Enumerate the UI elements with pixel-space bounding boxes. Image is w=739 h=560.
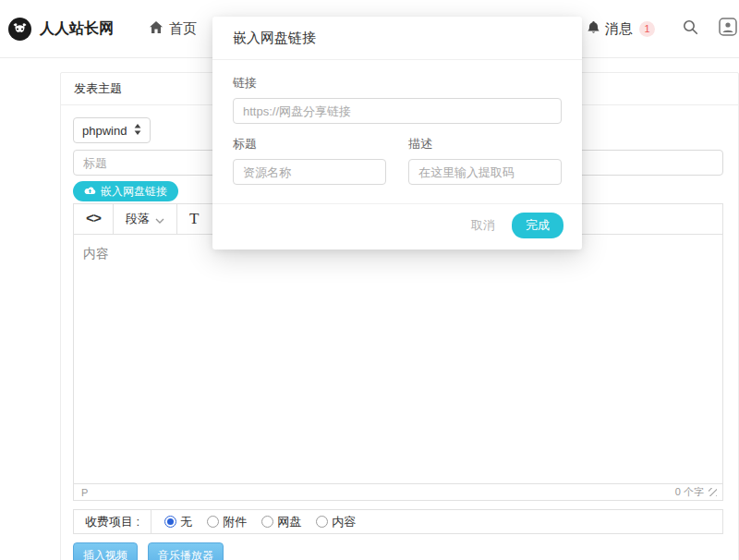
search-button[interactable] — [683, 19, 698, 39]
resource-title-input[interactable] — [233, 159, 386, 185]
editor-status-bar: P 0 个字 — [74, 483, 722, 500]
confirm-button[interactable]: 完成 — [512, 213, 563, 238]
radio-checked-icon — [164, 516, 176, 528]
code-view-button[interactable]: <> — [74, 204, 113, 234]
fee-settings-row: 收费项目 : 无 附件 网盘 内容 — [73, 509, 723, 534]
embed-netdisk-button[interactable]: 嵌入网盘链接 — [73, 181, 178, 201]
paragraph-label: 段落 — [126, 211, 150, 227]
account-icon — [719, 18, 737, 40]
link-input[interactable] — [233, 98, 562, 124]
fee-radio-netdisk[interactable]: 网盘 — [261, 514, 301, 530]
editor-content[interactable]: 内容 — [74, 235, 722, 483]
fee-option-label: 附件 — [223, 514, 247, 530]
select-arrows-icon — [134, 124, 141, 138]
fee-option-label: 内容 — [332, 514, 356, 530]
radio-icon — [316, 516, 328, 528]
account-button[interactable] — [719, 18, 737, 40]
word-count: 0 个字 — [675, 485, 704, 499]
fee-label: 收费项目 : — [74, 510, 151, 533]
modal-body: 链接 标题 描述 — [212, 60, 582, 203]
cloud-upload-icon — [84, 185, 96, 198]
nav-item-label: 首页 — [169, 20, 197, 38]
text-format-button[interactable]: T — [177, 204, 211, 234]
brand-name: 人人站长网 — [40, 19, 114, 39]
messages-badge: 1 — [639, 21, 655, 37]
bell-icon — [587, 20, 600, 38]
home-icon — [149, 20, 164, 37]
messages-button[interactable]: 消息 1 — [587, 20, 655, 38]
radio-icon — [207, 516, 219, 528]
brand[interactable]: 人人站长网 — [7, 17, 114, 42]
extract-code-input[interactable] — [408, 159, 562, 185]
category-select-value: phpwind — [82, 124, 127, 138]
text-format-icon: T — [189, 210, 199, 228]
music-player-button[interactable]: 音乐播放器 — [148, 542, 224, 560]
fee-radio-none[interactable]: 无 — [164, 514, 192, 530]
messages-label: 消息 — [605, 20, 633, 38]
fee-radio-content[interactable]: 内容 — [316, 514, 356, 530]
paragraph-format-dropdown[interactable]: 段落 — [114, 204, 176, 234]
title-field-label: 标题 — [233, 136, 386, 152]
modal-title: 嵌入网盘链接 — [212, 17, 582, 60]
cancel-button[interactable]: 取消 — [471, 217, 495, 234]
fee-radio-attachment[interactable]: 附件 — [207, 514, 247, 530]
chevron-down-icon — [155, 211, 164, 227]
modal-footer: 取消 完成 — [212, 203, 582, 250]
radio-icon — [261, 516, 273, 528]
category-select[interactable]: phpwind — [73, 117, 151, 143]
embed-netdisk-label: 嵌入网盘链接 — [101, 184, 167, 200]
fee-option-label: 网盘 — [277, 514, 301, 530]
embed-netdisk-modal: 嵌入网盘链接 链接 标题 描述 取消 完成 — [212, 17, 582, 250]
status-block-type: P — [81, 487, 88, 498]
modal-field-row: 标题 描述 — [233, 136, 562, 185]
code-icon: <> — [86, 212, 101, 227]
fee-options: 无 附件 网盘 内容 — [151, 510, 369, 533]
resize-grip[interactable] — [709, 488, 717, 496]
nav-item-home[interactable]: 首页 — [149, 20, 197, 38]
link-field-label: 链接 — [233, 75, 562, 91]
desc-field-label: 描述 — [408, 136, 562, 152]
insert-video-button[interactable]: 插入视频 — [73, 542, 138, 560]
search-icon — [683, 19, 698, 39]
bottom-buttons: 插入视频 音乐播放器 — [73, 542, 723, 560]
logo-icon — [7, 17, 32, 42]
fee-option-label: 无 — [180, 514, 192, 530]
